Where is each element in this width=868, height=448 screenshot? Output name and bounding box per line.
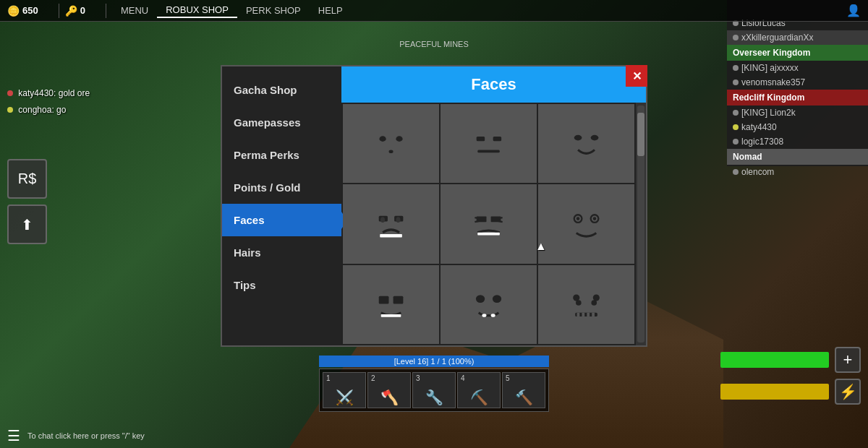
overseer-kingdom-header: Overseer Kingdom [727,45,868,61]
svg-point-6 [574,135,582,141]
faces-grid [341,103,636,345]
nomad-header: Nomad [727,149,868,165]
sidebar-item-faces[interactable]: Faces [222,204,341,236]
help-button[interactable]: HELP [310,4,352,17]
player-name-lion2k: [KING] Lion2k [741,108,796,118]
inv-slot-icon-3: 🔧 [425,389,443,406]
inv-slot-4[interactable]: 4 ⛏️ [457,372,501,408]
face-cell-4[interactable] [343,184,439,263]
face-svg-4 [357,197,425,252]
up-arrow-icon: ⬆ [21,216,33,233]
face-svg-7 [357,277,425,332]
chat-message-1: katy4430: gold ore [7,87,90,100]
players-panel: LisiorLucas xXkillerguardianXx Overseer … [727,0,868,166]
svg-point-25 [482,314,486,317]
sidebar-item-gacha-shop[interactable]: Gacha Shop [222,74,341,106]
face-svg-5 [455,197,522,252]
shop-content: Faces ✕ [341,66,646,345]
svg-rect-3 [477,137,485,141]
sidebar-item-gamepasses[interactable]: Gamepasses [222,106,341,139]
face-cell-2[interactable] [441,104,537,183]
svg-rect-14 [491,216,501,222]
player-dot-nomad-1 [733,169,739,175]
face-cell-7[interactable] [343,265,439,344]
player-row-ajxxxxx: [KING] ajxxxxx [727,61,868,75]
inventory-bar: [Level 16] 1 / 1 (100%) 1 ⚔️ 2 🪓 3 🔧 4 ⛏… [319,356,549,412]
player-dot-ajxxxxx [733,65,739,71]
sidebar-item-tips[interactable]: Tips [222,269,341,301]
gold-icon: 🪙 [7,5,20,17]
svg-point-2 [388,150,393,154]
level-bar: [Level 16] 1 / 1 (100%) [319,356,549,367]
health-bar [720,352,829,368]
robux-hud-button[interactable]: R$ [7,159,47,199]
nav-divider-1 [59,4,59,18]
svg-point-1 [396,137,402,142]
svg-point-29 [576,300,582,306]
svg-rect-32 [576,313,579,316]
sidebar-item-perma-perks[interactable]: Perma Perks [222,139,341,171]
chat-dot-1 [7,90,13,96]
robux-shop-button[interactable]: ROBUX SHOP [157,3,237,18]
player-name-ajxxxxx: [KING] ajxxxxx [741,63,799,73]
keys-stat: 🔑 0 [65,5,85,17]
svg-rect-20 [379,296,389,304]
face-svg-9 [553,277,620,332]
shop-close-button[interactable]: ✕ [626,65,647,87]
player-name-katy4430: katy4430 [741,122,777,132]
face-svg-3 [553,116,620,171]
shop-sidebar: Gacha Shop Gamepasses Perma Perks Points… [222,66,341,345]
inv-slot-3[interactable]: 3 🔧 [412,372,456,408]
hamburger-menu-icon[interactable]: ☰ [7,427,20,444]
inv-slot-num-2: 2 [371,374,375,382]
face-cell-3[interactable] [538,104,634,183]
svg-rect-34 [587,313,590,316]
face-cell-1[interactable] [343,104,439,183]
inv-slot-1[interactable]: 1 ⚔️ [323,372,366,408]
shop-scrollbar[interactable] [636,103,646,345]
player-name-venomsnake: venomsnake357 [741,77,805,87]
keys-value: 0 [80,5,85,16]
sidebar-item-hairs[interactable]: Hairs [222,236,341,269]
shop-header: Faces ✕ [341,66,646,103]
sidebar-item-points-gold[interactable]: Points / Gold [222,171,341,204]
scrollbar-track [637,105,644,343]
inv-slot-icon-5: 🔨 [515,389,533,406]
face-cell-8[interactable] [441,265,537,344]
menu-button[interactable]: MENU [112,4,157,17]
health-bar-row: + [720,347,861,373]
svg-rect-4 [493,137,501,141]
face-cell-9[interactable] [538,265,634,344]
perk-shop-button[interactable]: PERK SHOP [237,4,310,17]
svg-rect-35 [592,313,595,316]
player-dot-lion2k [733,110,739,116]
inv-slot-icon-2: 🪓 [380,389,399,406]
energy-lightning-button[interactable]: ⚡ [835,379,861,405]
profile-icon[interactable]: 👤 [846,4,861,17]
bottom-hud: ☰ To chat click here or press "/" key [0,427,868,444]
svg-rect-15 [477,232,500,235]
key-icon: 🔑 [65,5,77,17]
scrollbar-thumb[interactable] [637,113,644,156]
inv-slot-5[interactable]: 5 🔨 [502,372,545,408]
chat-hint-text[interactable]: To chat click here or press "/" key [27,431,145,440]
svg-point-26 [491,314,495,317]
inv-slot-2[interactable]: 2 🪓 [367,372,411,408]
health-plus-button[interactable]: + [835,347,861,373]
svg-rect-22 [381,314,401,317]
chat-dot-2 [7,107,13,113]
player-row-nomad-1: olencom [727,165,868,179]
face-cell-5[interactable] [441,184,537,263]
svg-rect-5 [477,150,500,153]
svg-point-17 [576,217,580,220]
up-hud-button[interactable]: ⬆ [7,204,47,244]
face-cell-6[interactable] [538,184,634,263]
player-row-katy4430: katy4430 [727,120,868,134]
player-dot-katy4430 [733,124,739,130]
face-svg-1 [357,116,425,171]
player-name-logic17308: logic17308 [741,137,783,147]
inv-slot-num-5: 5 [506,374,510,382]
inv-slot-num-1: 1 [326,374,331,382]
hud-buttons: R$ ⬆ [7,159,47,244]
top-navigation: 🪙 650 🔑 0 MENU ROBUX SHOP PERK SHOP HELP… [0,0,868,22]
